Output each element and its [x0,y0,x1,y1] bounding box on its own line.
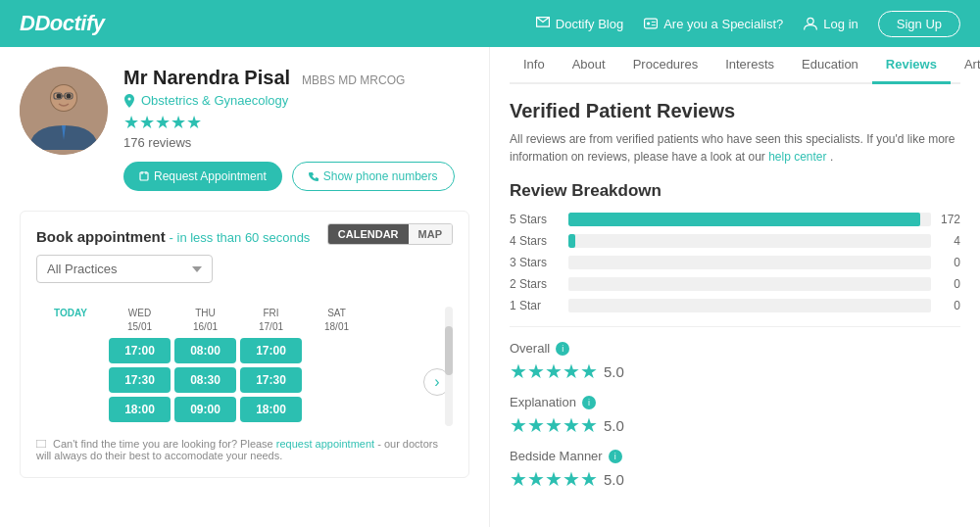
cant-find-text: Can't find the time you are looking for?… [36,438,453,461]
bar-count-4: 4 [941,234,960,248]
id-icon [643,16,659,31]
svg-rect-13 [140,172,148,180]
tab-about[interactable]: About [559,47,619,84]
bedside-manner-rating: Bedside Manner i ★★★★★ 5.0 [510,449,960,491]
fri-slots: 17:00 17:30 18:00 [240,338,302,426]
right-panel: Info About Procedures Interests Educatio… [490,47,980,527]
bar-label-4: 4 Stars [510,234,559,248]
avatar-image [20,67,108,155]
calendar-scrollbar[interactable] [445,307,453,426]
request-appointment-button[interactable]: Request Appointment [123,162,282,191]
sat-header: SAT 18/01 [306,307,368,334]
booking-title-row: Book appointment - in less than 60 secon… [36,228,310,245]
calendar-header: TODAY WED 15/01 THU 16/01 FRI 17/01 SAT [36,307,433,334]
bar-count-1: 0 [941,299,960,312]
slot-thu-0800[interactable]: 08:00 [174,338,236,363]
action-buttons: Request Appointment Show phone numbers [123,162,469,191]
wed-header: WED 15/01 [109,307,171,334]
tab-articles[interactable]: Articles [951,47,980,84]
specialist-link[interactable]: Are you a Specialist? [643,16,783,31]
today-header: TODAY [36,307,105,334]
doctor-stars: ★★★★★ [123,112,469,133]
location-icon [123,94,135,108]
doctor-avatar [20,67,108,155]
doctor-name: Mr Narendra Pisal [123,67,290,88]
slot-wed-1700[interactable]: 17:00 [109,338,171,363]
left-panel: Mr Narendra Pisal MBBS MD MRCOG Obstetri… [0,47,490,527]
slot-wed-1800[interactable]: 18:00 [109,397,171,422]
slot-thu-0830[interactable]: 08:30 [174,367,236,393]
svg-rect-16 [36,440,46,448]
bar-label-3: 3 Stars [510,256,559,269]
divider-1 [510,326,960,327]
tab-education[interactable]: Education [788,47,872,84]
bar-track-2 [568,277,931,291]
header-nav: Doctify Blog Are you a Specialist? Log i… [535,11,960,37]
svg-point-4 [808,18,813,24]
bar-count-3: 0 [941,256,960,269]
bedside-info-icon: i [609,450,622,463]
slot-thu-0900[interactable]: 09:00 [174,397,236,422]
calendar-scrollbar-thumb [445,326,453,375]
bar-4stars: 4 Stars 4 [510,234,960,248]
review-bars: 5 Stars 172 4 Stars 4 3 Stars 0 [510,213,960,312]
practice-select[interactable]: All Practices [36,255,213,283]
breakdown-title: Review Breakdown [510,181,960,201]
today-col [36,338,105,426]
tab-procedures[interactable]: Procedures [619,47,711,84]
login-link[interactable]: Log in [803,16,858,31]
today-label [36,338,105,346]
calendar-small-icon [139,171,149,181]
slot-wed-1730[interactable]: 17:30 [109,367,171,393]
calendar-slots: 17:00 17:30 18:00 08:00 08:30 09:00 17:0… [36,338,433,426]
request-appointment-link[interactable]: request appointment [276,438,374,450]
wed-slots: 17:00 17:30 18:00 [109,338,171,426]
slot-fri-1700[interactable]: 17:00 [240,338,302,363]
bar-track-5 [568,213,931,226]
bar-3stars: 3 Stars 0 [510,256,960,269]
bar-track-3 [568,256,931,269]
bar-2stars: 2 Stars 0 [510,277,960,291]
doctor-specialty: Obstetrics & Gynaecology [141,93,288,108]
signup-button[interactable]: Sign Up [878,11,960,37]
bar-5stars: 5 Stars 172 [510,213,960,226]
tab-info[interactable]: Info [510,47,559,84]
slot-fri-1800[interactable]: 18:00 [240,397,302,422]
phone-icon [309,171,318,181]
doctor-info: Mr Narendra Pisal MBBS MD MRCOG Obstetri… [123,67,469,191]
show-phone-button[interactable]: Show phone numbers [292,162,455,191]
overall-info-icon: i [556,342,569,356]
overall-rating: Overall i ★★★★★ 5.0 [510,341,960,383]
tab-interests[interactable]: Interests [711,47,788,84]
bar-fill-4 [568,234,575,248]
tab-reviews[interactable]: Reviews [872,47,951,84]
bar-label-2: 2 Stars [510,277,559,291]
bar-fill-5 [568,213,920,226]
booking-title: Book appointment [36,228,166,245]
svg-rect-0 [645,19,658,28]
overall-stars: ★★★★★ [510,359,598,383]
explanation-stars: ★★★★★ [510,413,598,437]
bar-1star: 1 Star 0 [510,299,960,312]
bar-track-4 [568,234,931,248]
main-content: Mr Narendra Pisal MBBS MD MRCOG Obstetri… [0,47,980,527]
logo[interactable]: DDoctify [20,11,104,36]
thu-slots: 08:00 08:30 09:00 [174,338,236,426]
booking-subtitle: - in less than 60 seconds [170,230,311,245]
reviews-description: All reviews are from verified patients w… [510,130,960,166]
doctor-credentials: MBBS MD MRCOG [302,73,405,87]
bar-label-5: 5 Stars [510,213,559,226]
explanation-info-icon: i [582,396,596,409]
calendar-view-button[interactable]: CALENDAR [328,224,409,244]
svg-point-9 [67,94,72,99]
map-view-button[interactable]: MAP [409,224,452,244]
doctify-blog-link[interactable]: Doctify Blog [535,16,623,31]
help-center-link[interactable]: help center [768,150,826,164]
thu-header: THU 16/01 [174,307,236,334]
explanation-rating: Explanation i ★★★★★ 5.0 [510,395,960,437]
reviews-section-title: Verified Patient Reviews [510,100,960,122]
view-toggle: CALENDAR MAP [327,223,453,245]
slot-fri-1730[interactable]: 17:30 [240,367,302,393]
fri-header: FRI 17/01 [240,307,302,334]
chevron-down-icon [192,266,202,272]
